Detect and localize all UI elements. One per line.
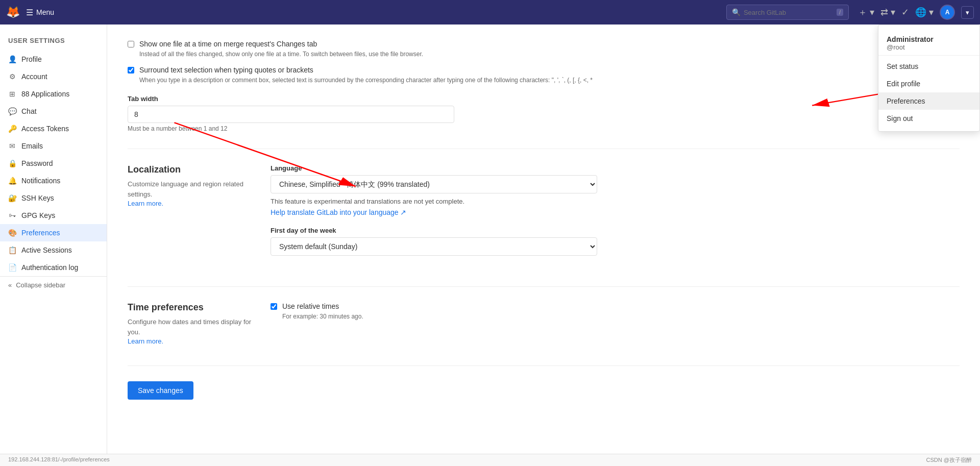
localization-section: Localization Customize language and regi… [128,164,960,266]
layout: User Settings 👤 Profile ⚙ Account ⊞ 88 A… [0,24,980,466]
sidebar-label-auth-log: Authentication log [21,263,78,272]
menu-button[interactable]: ☰ Menu [26,8,54,17]
checkbox-surround-text-label: Surround text selection when typing quot… [139,66,593,74]
menu-label: Menu [36,8,54,16]
sidebar-item-auth-log[interactable]: 📄 Authentication log [0,259,107,276]
translate-link[interactable]: Help translate GitLab into your language… [271,208,407,216]
sidebar-item-access-tokens[interactable]: 🔑 Access Tokens [0,120,107,137]
main-content: Show one file at a time on merge request… [107,24,980,466]
localization-learn-more[interactable]: Learn more. [128,200,163,207]
dropdown-edit-profile[interactable]: Edit profile [878,75,979,92]
time-preferences-learn-more[interactable]: Learn more. [128,337,163,345]
localization-title: Localization [128,164,255,175]
user-dropdown-button[interactable]: ▾ [961,6,974,19]
sidebar-item-account[interactable]: ⚙ Account [0,68,107,85]
time-preferences-desc: Configure how dates and times display fo… [128,317,255,337]
sidebar-label-emails: Emails [21,142,43,150]
use-relative-times-checkbox[interactable] [271,303,277,310]
use-relative-times-row: Use relative times For example: 30 minut… [271,302,960,321]
sidebar-item-preferences[interactable]: 🎨 Preferences [0,224,107,241]
checkbox-surround-text-row: Surround text selection when typing quot… [128,66,960,85]
sidebar-label-profile: Profile [21,55,42,63]
localization-left: Localization Customize language and regi… [128,164,271,266]
section-divider-1 [128,149,960,149]
time-preferences-left: Time preferences Configure how dates and… [128,302,271,345]
statusbar-url: 192.168.244.128:81/-/profile/preferences [8,456,110,464]
checkbox-show-one-file-desc: Instead of all the files changed, show o… [139,50,423,59]
sidebar-item-emails[interactable]: ✉ Emails [0,137,107,155]
tab-width-input[interactable] [128,106,454,123]
section-divider-3 [128,365,960,366]
new-item-icon[interactable]: ＋ ▾ [858,6,874,18]
checkbox-show-one-file[interactable] [128,41,134,47]
gitlab-logo-icon: 🦊 [6,6,20,19]
user-dropdown-menu: Administrator @root Set status Edit prof… [878,24,980,132]
language-select[interactable]: Chinese, Simplified - 简体中文 (99% translat… [271,175,597,193]
account-icon: ⚙ [8,72,16,81]
emails-icon: ✉ [8,142,16,150]
localization-right: Language Chinese, Simplified - 简体中文 (99%… [271,164,960,266]
sidebar-item-active-sessions[interactable]: 📋 Active Sessions [0,241,107,259]
statusbar-watermark: CSDN @孜子宿醉 [926,456,972,464]
checkbox-surround-text-desc: When you type in a description or commen… [139,76,593,85]
activity-icon[interactable]: 🌐 ▾ [915,7,934,18]
merge-requests-icon[interactable]: ⇄ ▾ [880,7,895,18]
access-tokens-icon: 🔑 [8,125,16,133]
sidebar-label-preferences: Preferences [21,229,60,237]
use-relative-times-desc: For example: 30 minutes ago. [282,312,363,321]
time-preferences-right: Use relative times For example: 30 minut… [271,302,960,345]
first-day-group: First day of the week System default (Su… [271,227,960,256]
sidebar-item-ssh-keys[interactable]: 🔐 SSH Keys [0,189,107,207]
time-preferences-title: Time preferences [128,302,255,313]
first-day-label: First day of the week [271,227,960,234]
tab-width-hint: Must be a number between 1 and 12 [128,125,454,132]
preferences-icon: 🎨 [8,229,16,237]
gpg-keys-icon: 🗝 [8,211,16,219]
localization-desc: Customize language and region related se… [128,179,255,199]
sidebar-label-gpg-keys: GPG Keys [21,211,55,219]
collapse-label: Collapse sidebar [16,281,65,289]
sidebar: User Settings 👤 Profile ⚙ Account ⊞ 88 A… [0,24,107,466]
section-divider-2 [128,286,960,287]
time-preferences-section: Time preferences Configure how dates and… [128,302,960,345]
ssh-keys-icon: 🔐 [8,194,16,202]
sidebar-label-account: Account [21,72,47,81]
sidebar-label-active-sessions: Active Sessions [21,246,72,254]
issues-icon[interactable]: ✓ [901,7,909,18]
statusbar: 192.168.244.128:81/-/profile/preferences… [0,454,980,466]
search-input[interactable] [744,9,834,16]
dropdown-preferences[interactable]: Preferences [878,92,979,110]
topnav-icons: ＋ ▾ ⇄ ▾ ✓ 🌐 ▾ A ▾ [858,5,974,20]
checkbox-surround-text[interactable] [128,67,134,73]
sidebar-label-chat: Chat [21,107,37,115]
dropdown-username: Administrator [887,35,971,43]
sidebar-item-profile[interactable]: 👤 Profile [0,51,107,68]
language-label: Language [271,164,960,172]
avatar[interactable]: A [940,5,955,20]
collapse-sidebar-button[interactable]: « Collapse sidebar [0,276,107,293]
checkbox-show-one-file-row: Show one file at a time on merge request… [128,40,960,59]
use-relative-times-label: Use relative times [282,302,363,310]
password-icon: 🔒 [8,159,16,167]
save-button-container: Save changes [128,381,960,400]
dropdown-set-status[interactable]: Set status [878,58,979,75]
collapse-icon: « [8,281,12,289]
search-icon: 🔍 [732,8,741,16]
sidebar-item-notifications[interactable]: 🔔 Notifications [0,172,107,189]
search-container: 🔍 / [726,5,849,20]
dropdown-handle: @root [887,43,971,51]
sidebar-label-notifications: Notifications [21,177,60,185]
first-day-select[interactable]: System default (Sunday) Monday Saturday … [271,237,597,256]
sidebar-item-applications[interactable]: ⊞ 88 Applications [0,85,107,103]
slash-badge: / [837,9,843,16]
dropdown-panel: Administrator @root Set status Edit prof… [878,24,980,132]
sidebar-item-gpg-keys[interactable]: 🗝 GPG Keys [0,207,107,224]
sidebar-title: User Settings [0,33,107,51]
save-changes-button[interactable]: Save changes [128,381,193,400]
sidebar-label-applications: 88 Applications [21,90,69,98]
dropdown-sign-out[interactable]: Sign out [878,110,979,127]
sidebar-item-password[interactable]: 🔒 Password [0,155,107,172]
language-group: Language Chinese, Simplified - 简体中文 (99%… [271,164,960,216]
tab-width-label: Tab width [128,95,454,103]
sidebar-item-chat[interactable]: 💬 Chat [0,103,107,120]
